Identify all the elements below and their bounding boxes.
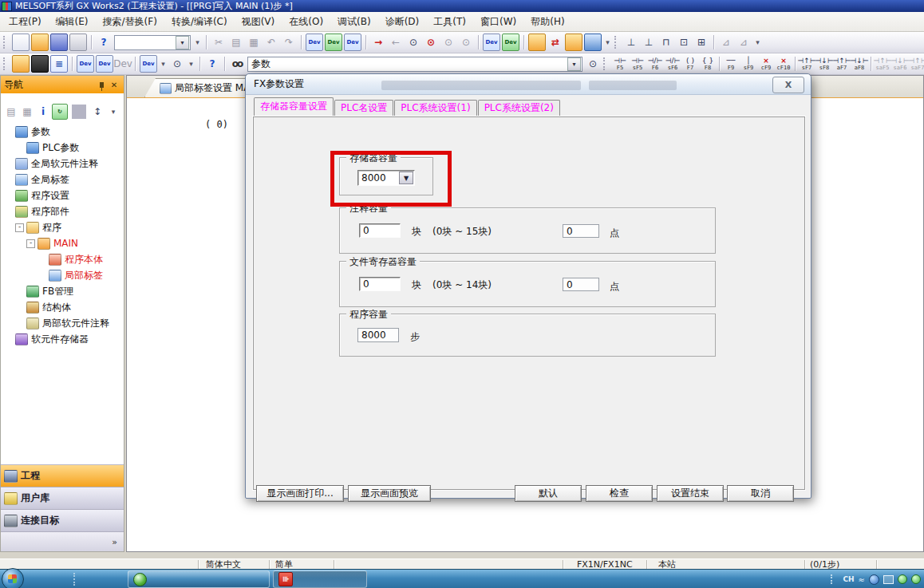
window-jump-icon[interactable]: ⊞ xyxy=(693,34,709,50)
window-zoom-icon[interactable]: ⊡ xyxy=(676,34,692,50)
menu-item[interactable]: 帮助(H) xyxy=(523,13,571,31)
open-project-icon[interactable] xyxy=(31,34,49,51)
close-icon[interactable]: ✕ xyxy=(108,79,120,91)
tree-paste-icon[interactable]: ▦ xyxy=(20,105,34,119)
preview-screen-button[interactable]: 显示画面预览 xyxy=(348,485,431,502)
overflow-chevron-icon[interactable]: ▾ xyxy=(753,34,762,50)
tree-item[interactable]: 程序设置 xyxy=(1,187,124,203)
tree-item[interactable]: PLC参数 xyxy=(1,140,124,156)
tree-refresh-icon[interactable]: ↻ xyxy=(52,104,68,120)
separator[interactable] xyxy=(199,57,200,71)
separator[interactable] xyxy=(91,35,92,49)
transfer-setup-icon[interactable]: ⇄ xyxy=(547,34,563,50)
expand-toggle[interactable]: - xyxy=(26,239,35,248)
tree-item[interactable]: 全局软元件注释 xyxy=(1,156,124,172)
combo-arrow-icon[interactable]: ▾ xyxy=(567,57,581,71)
ladder-button[interactable]: ⊣↑⊢sF7 xyxy=(798,54,815,73)
dropdown-caret-icon[interactable]: ▾ xyxy=(106,105,120,119)
library-folder-icon[interactable] xyxy=(12,55,30,73)
scope-a-icon[interactable]: ⊿ xyxy=(718,34,734,50)
ladder-button[interactable]: ⊣↓⊢sF8 xyxy=(815,54,833,73)
history-combo[interactable]: ▾ xyxy=(114,35,191,50)
green-tray-icon-2[interactable] xyxy=(911,574,921,584)
tray-grip[interactable] xyxy=(831,574,839,584)
blue-tray-icon[interactable] xyxy=(869,574,879,585)
help-icon[interactable]: ? xyxy=(204,56,220,72)
redo-icon[interactable]: ↷ xyxy=(281,34,297,50)
separator[interactable] xyxy=(72,57,73,71)
finish-setting-button[interactable]: 设置结束 xyxy=(657,485,724,502)
menu-item[interactable]: 调试(B) xyxy=(330,13,378,31)
ladder-button[interactable]: ×cF10 xyxy=(775,54,792,73)
export-folder-icon[interactable] xyxy=(528,34,546,51)
ladder-button[interactable]: ──F9 xyxy=(722,54,740,73)
toolbar-grip[interactable] xyxy=(603,57,608,70)
device-batch-icon[interactable]: Dev xyxy=(96,55,113,73)
device-chip-icon[interactable] xyxy=(31,55,49,73)
ladder-button[interactable]: ⊣↑⊢saF5 xyxy=(874,54,891,73)
device-zoom-a-icon[interactable]: ⊙ xyxy=(405,34,421,50)
panel-overflow-row[interactable]: » xyxy=(1,532,124,551)
tab-memory-capacity[interactable]: 存储器容量设置 xyxy=(254,97,334,116)
tree-item[interactable]: - MAIN xyxy=(1,235,124,251)
device-display-dropdown-icon[interactable]: Dev xyxy=(140,55,157,73)
cancel-button[interactable]: 取消 xyxy=(727,485,794,502)
taskbar-grip[interactable] xyxy=(73,573,80,586)
ladder-button[interactable]: ⊣⊢F5 xyxy=(611,54,629,73)
menu-item[interactable]: 视图(V) xyxy=(235,13,282,31)
ladder-button[interactable]: ⊣↓⊢saF6 xyxy=(891,54,909,73)
tree-item[interactable]: 程序本体 xyxy=(1,251,124,267)
tree-item[interactable]: 局部软元件注释 xyxy=(1,315,124,331)
expand-toggle[interactable]: - xyxy=(15,223,24,232)
tree-item[interactable]: 结构体 xyxy=(1,299,124,315)
undo-icon[interactable]: ↶ xyxy=(263,34,279,50)
step-in-icon[interactable]: ⊥ xyxy=(623,34,639,50)
ladder-button[interactable]: ⊣/⊢sF6 xyxy=(664,54,681,73)
menu-item[interactable]: 搜索/替换(F) xyxy=(96,13,164,31)
tree-item[interactable]: 程序部件 xyxy=(1,203,124,219)
tree-info-icon[interactable]: i xyxy=(36,105,50,119)
tab-plc-system-2[interactable]: PLC系统设置(2) xyxy=(478,100,560,116)
separator[interactable] xyxy=(72,105,86,119)
pin-icon[interactable] xyxy=(95,79,108,91)
new-project-icon[interactable] xyxy=(12,34,30,51)
device-test-icon[interactable]: Dev xyxy=(115,56,131,72)
overflow-chevron-icon[interactable]: ▾ xyxy=(193,34,202,50)
panel-user-library[interactable]: 用户库 xyxy=(1,487,124,510)
taskbar-app-green[interactable] xyxy=(128,570,270,588)
dev-edit-icon[interactable]: Dev xyxy=(502,34,519,51)
monitor-mode-icon[interactable]: Dev xyxy=(325,34,342,51)
dropdown-caret-icon[interactable]: ▾ xyxy=(187,56,195,72)
dialog-titlebar[interactable]: FX参数设置 X xyxy=(246,74,811,95)
return-icon[interactable]: ← xyxy=(388,34,404,50)
tree-copy-icon[interactable]: ▤ xyxy=(4,105,18,119)
write-to-plc-icon[interactable]: Dev xyxy=(306,34,323,51)
print-screen-button[interactable]: 显示画面打印... xyxy=(256,485,344,502)
print-icon[interactable] xyxy=(69,34,87,51)
help-icon[interactable]: ? xyxy=(96,34,112,50)
window-tray-icon[interactable] xyxy=(883,575,894,584)
ladder-button[interactable]: ⊣/⊢F6 xyxy=(646,54,664,73)
start-button[interactable] xyxy=(2,568,24,588)
link-a-icon[interactable]: ⊙ xyxy=(440,34,456,50)
separator[interactable] xyxy=(206,35,207,49)
paste-icon[interactable]: ▦ xyxy=(246,34,262,50)
comment-blocks-input[interactable]: 0 xyxy=(359,223,401,238)
chevron-icon[interactable]: » xyxy=(112,537,117,547)
tab-plc-system-1[interactable]: PLC系统设置(1) xyxy=(394,100,476,116)
link-b-icon[interactable]: ⊙ xyxy=(458,34,474,50)
check-button[interactable]: 检查 xyxy=(586,485,653,502)
tree-item[interactable]: 全局标签 xyxy=(1,172,124,187)
document-tab[interactable]: 局部标签设置 MA xyxy=(144,78,250,97)
monitor-write-icon[interactable]: Dev xyxy=(344,34,361,51)
scope-b-icon[interactable]: ⊿ xyxy=(736,34,752,50)
ladder-button[interactable]: { }F8 xyxy=(699,54,717,73)
menu-item[interactable]: 诊断(D) xyxy=(378,13,427,31)
ladder-button[interactable]: ⊣↑⊢aF7 xyxy=(833,54,851,73)
dropdown-caret-icon[interactable]: ▾ xyxy=(159,56,168,72)
tree-item[interactable]: 参数 xyxy=(1,124,124,140)
green-tray-icon[interactable] xyxy=(898,574,907,584)
dialog-close-button[interactable]: X xyxy=(772,77,804,93)
separator[interactable] xyxy=(301,35,302,49)
separator[interactable] xyxy=(365,35,366,49)
